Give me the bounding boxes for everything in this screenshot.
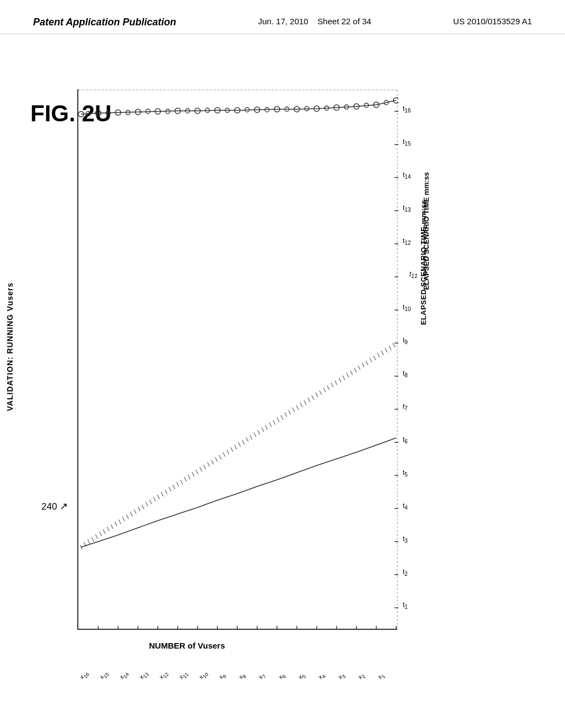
svg-line-136 — [347, 373, 349, 377]
svg-line-87 — [157, 495, 159, 499]
svg-line-103 — [219, 455, 221, 459]
t11-label: t11 — [409, 270, 417, 279]
main-content: FIG. 2U 240 ↗ VALIDATION: RUNNING Vusers — [0, 34, 565, 707]
elapsed-time-label-text: ELAPSED SCENARIO TIME mm:ss — [422, 172, 430, 290]
x-tick-x14: x14 — [118, 670, 130, 682]
x-tick-x13: x13 — [138, 670, 150, 682]
svg-line-123 — [296, 405, 299, 410]
svg-line-82 — [138, 507, 140, 511]
x-tick-x9: x9 — [217, 672, 227, 682]
chart-svg — [78, 89, 398, 630]
svg-line-129 — [319, 390, 322, 395]
svg-line-93 — [180, 480, 183, 484]
svg-line-148 — [393, 343, 395, 347]
svg-line-142 — [370, 358, 372, 362]
header: Patent Application Publication Jun. 17, … — [0, 0, 565, 34]
t3-label: t3 — [403, 535, 408, 544]
svg-line-90 — [169, 487, 171, 491]
svg-line-115 — [265, 425, 268, 430]
t6-label: t6 — [403, 436, 408, 445]
t12-label: t12 — [403, 237, 411, 246]
svg-line-111 — [250, 435, 252, 440]
t14-label: t14 — [403, 171, 411, 180]
svg-line-70 — [92, 537, 94, 542]
svg-line-124 — [300, 403, 302, 407]
svg-line-113 — [258, 430, 260, 435]
ref-number: 240 ↗ — [41, 500, 68, 512]
x-tick-x12: x12 — [158, 670, 170, 682]
sheet-info: Sheet 22 of 34 — [317, 17, 371, 26]
svg-line-147 — [389, 346, 391, 350]
svg-line-139 — [358, 366, 360, 370]
svg-line-99 — [204, 465, 206, 469]
svg-line-112 — [254, 432, 256, 437]
svg-line-91 — [173, 485, 175, 489]
svg-line-108 — [238, 442, 241, 447]
svg-line-102 — [215, 457, 217, 462]
svg-line-92 — [177, 482, 179, 486]
t15-label: t15 — [403, 138, 411, 147]
svg-line-143 — [374, 356, 376, 360]
svg-line-125 — [304, 400, 306, 405]
svg-line-79 — [126, 515, 129, 519]
x-tick-x8: x8 — [237, 672, 247, 682]
svg-line-146 — [385, 348, 387, 352]
svg-line-97 — [196, 470, 198, 474]
t16-label: t16 — [403, 105, 411, 114]
svg-line-105 — [227, 450, 229, 454]
patent-number: US 2010/0153529 A1 — [453, 17, 532, 26]
x-tick-x4: x4 — [317, 672, 327, 682]
svg-line-118 — [277, 417, 279, 422]
x-tick-x3: x3 — [337, 672, 347, 682]
svg-line-77 — [119, 520, 121, 524]
svg-line-71 — [95, 534, 98, 539]
svg-line-98 — [200, 467, 202, 472]
t4-label: t4 — [403, 502, 408, 511]
svg-line-74 — [107, 527, 109, 531]
svg-line-131 — [327, 386, 329, 390]
publication-title: Patent Application Publication — [33, 17, 176, 28]
svg-line-96 — [192, 472, 194, 477]
page: Patent Application Publication Jun. 17, … — [0, 0, 565, 728]
svg-line-95 — [188, 475, 190, 479]
t13-label: t13 — [403, 204, 411, 213]
t10-label: t10 — [403, 303, 411, 312]
svg-line-138 — [354, 368, 356, 372]
svg-line-127 — [312, 395, 314, 400]
svg-line-100 — [207, 462, 210, 467]
svg-line-144 — [377, 353, 380, 357]
diagram-area: VALIDATION: RUNNING Vusers — [77, 89, 508, 674]
x-tick-x6: x6 — [277, 672, 287, 682]
svg-line-106 — [231, 447, 233, 452]
svg-line-94 — [184, 477, 186, 481]
x-tick-x5: x5 — [297, 672, 307, 682]
svg-line-140 — [362, 363, 364, 367]
x-tick-x7: x7 — [257, 672, 267, 682]
pub-date: Jun. 17, 2010 — [258, 17, 308, 26]
svg-line-133 — [335, 381, 337, 385]
svg-line-69 — [88, 539, 90, 544]
svg-line-101 — [211, 460, 214, 464]
t1-label: t1 — [403, 601, 408, 610]
svg-line-141 — [366, 361, 368, 365]
svg-line-104 — [223, 452, 225, 457]
svg-line-120 — [285, 413, 287, 417]
svg-line-81 — [134, 510, 136, 514]
svg-line-145 — [381, 351, 383, 355]
svg-line-134 — [339, 378, 341, 382]
svg-line-126 — [308, 398, 310, 402]
svg-line-110 — [246, 437, 248, 442]
x-tick-x15: x15 — [98, 670, 110, 682]
t8-label: t8 — [403, 370, 408, 378]
svg-line-122 — [292, 408, 295, 412]
svg-line-116 — [269, 422, 271, 427]
svg-line-78 — [122, 517, 125, 521]
svg-line-128 — [316, 393, 318, 397]
svg-line-72 — [99, 532, 102, 536]
x-tick-x1: x1 — [376, 672, 386, 682]
svg-line-84 — [146, 502, 148, 506]
x-tick-x11: x11 — [178, 670, 190, 682]
svg-line-121 — [289, 410, 291, 415]
svg-line-137 — [350, 371, 353, 375]
t9-label: t9 — [403, 336, 408, 345]
